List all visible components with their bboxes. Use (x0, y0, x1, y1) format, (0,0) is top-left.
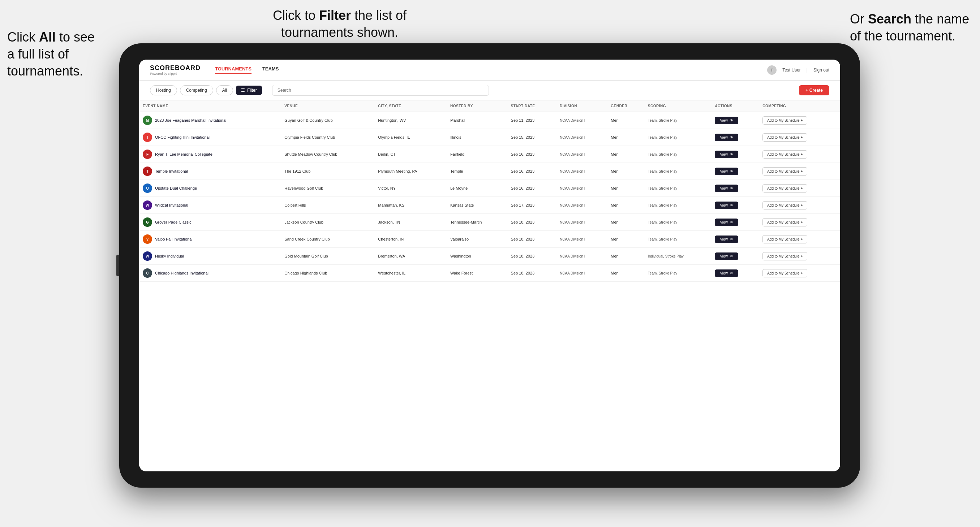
filter-bar: Hosting Competing All ☰ Filter + Create (139, 81, 840, 100)
event-name-text: Valpo Fall Invitational (155, 237, 192, 241)
team-logo: F (143, 149, 152, 159)
cell-division: NCAA Division I (556, 180, 607, 197)
add-to-schedule-button[interactable]: Add to My Schedule + (762, 184, 807, 192)
view-button[interactable]: View 👁 (715, 168, 738, 175)
cell-scoring: Team, Stroke Play (644, 265, 711, 282)
cell-city-state: Huntington, WV (374, 112, 447, 129)
cell-scoring: Individual, Stroke Play (644, 248, 711, 265)
cell-hosted-by: Valparaiso (447, 231, 508, 248)
filter-button[interactable]: ☰ Filter (236, 86, 262, 95)
team-logo: M (143, 116, 152, 125)
cell-venue: Ravenwood Golf Club (281, 180, 374, 197)
nav-separator: | (807, 68, 808, 73)
view-button[interactable]: View 👁 (715, 202, 738, 209)
cell-hosted-by: Kansas State (447, 197, 508, 214)
event-name-text: Wildcat Invitational (155, 203, 188, 207)
sign-out-link[interactable]: Sign out (813, 68, 829, 73)
cell-division: NCAA Division I (556, 231, 607, 248)
cell-actions: View 👁 (711, 214, 759, 231)
view-button[interactable]: View 👁 (715, 151, 738, 158)
add-to-schedule-button[interactable]: Add to My Schedule + (762, 218, 807, 227)
cell-start-date: Sep 11, 2023 (508, 112, 556, 129)
cell-scoring: Team, Stroke Play (644, 112, 711, 129)
filter-label: Filter (247, 88, 257, 93)
add-to-schedule-button[interactable]: Add to My Schedule + (762, 133, 807, 141)
col-event-name: EVENT NAME (139, 100, 281, 112)
annotation-left: Click All to see a full list of tourname… (7, 29, 101, 79)
cell-city-state: Berlin, CT (374, 146, 447, 163)
eye-icon: 👁 (730, 119, 733, 122)
cell-venue: Chicago Highlands Club (281, 265, 374, 282)
cell-gender: Men (607, 146, 644, 163)
nav-tournaments[interactable]: TOURNAMENTS (215, 66, 251, 74)
col-gender: GENDER (607, 100, 644, 112)
nav-right: T Test User | Sign out (767, 65, 829, 75)
add-to-schedule-button[interactable]: Add to My Schedule + (762, 150, 807, 159)
tab-all[interactable]: All (216, 85, 233, 95)
col-start-date: START DATE (508, 100, 556, 112)
view-button[interactable]: View 👁 (715, 235, 738, 243)
search-box (272, 85, 489, 96)
cell-event-name: V Valpo Fall Invitational (139, 231, 281, 248)
cell-city-state: Chesterton, IN (374, 231, 447, 248)
cell-competing: Add to My Schedule + (759, 180, 840, 197)
col-city-state: CITY, STATE (374, 100, 447, 112)
cell-scoring: Team, Stroke Play (644, 163, 711, 180)
cell-event-name: I OFCC Fighting Illini Invitational (139, 129, 281, 146)
cell-gender: Men (607, 231, 644, 248)
tablet-screen: SCOREBOARD Powered by clipp'd TOURNAMENT… (139, 60, 840, 471)
cell-start-date: Sep 18, 2023 (508, 231, 556, 248)
add-to-schedule-button[interactable]: Add to My Schedule + (762, 269, 807, 278)
add-to-schedule-button[interactable]: Add to My Schedule + (762, 116, 807, 125)
view-button[interactable]: View 👁 (715, 184, 738, 192)
eye-icon: 👁 (730, 203, 733, 207)
cell-venue: Guyan Golf & Country Club (281, 112, 374, 129)
nav-teams[interactable]: TEAMS (262, 66, 279, 74)
tab-competing[interactable]: Competing (180, 85, 213, 95)
cell-division: NCAA Division I (556, 248, 607, 265)
cell-gender: Men (607, 163, 644, 180)
cell-actions: View 👁 (711, 231, 759, 248)
cell-division: NCAA Division I (556, 197, 607, 214)
view-button[interactable]: View 👁 (715, 270, 738, 277)
create-button[interactable]: + Create (799, 85, 829, 95)
cell-division: NCAA Division I (556, 112, 607, 129)
cell-actions: View 👁 (711, 146, 759, 163)
view-button[interactable]: View 👁 (715, 252, 738, 260)
cell-event-name: M 2023 Joe Feaganes Marshall Invitationa… (139, 112, 281, 129)
cell-gender: Men (607, 180, 644, 197)
add-to-schedule-button[interactable]: Add to My Schedule + (762, 235, 807, 243)
team-logo: T (143, 167, 152, 176)
cell-hosted-by: Marshall (447, 112, 508, 129)
cell-scoring: Team, Stroke Play (644, 129, 711, 146)
col-division: DIVISION (556, 100, 607, 112)
event-name-text: 2023 Joe Feaganes Marshall Invitational (155, 118, 227, 122)
team-logo: G (143, 217, 152, 227)
cell-city-state: Bremerton, WA (374, 248, 447, 265)
cell-start-date: Sep 16, 2023 (508, 146, 556, 163)
event-name-text: Temple Invitational (155, 169, 188, 173)
add-to-schedule-button[interactable]: Add to My Schedule + (762, 201, 807, 210)
view-button[interactable]: View 👁 (715, 117, 738, 124)
cell-scoring: Team, Stroke Play (644, 146, 711, 163)
cell-start-date: Sep 18, 2023 (508, 265, 556, 282)
table-row: V Valpo Fall Invitational Sand Creek Cou… (139, 231, 840, 248)
tab-hosting[interactable]: Hosting (150, 85, 177, 95)
cell-scoring: Team, Stroke Play (644, 214, 711, 231)
add-to-schedule-button[interactable]: Add to My Schedule + (762, 252, 807, 260)
table-row: I OFCC Fighting Illini Invitational Olym… (139, 129, 840, 146)
cell-city-state: Victor, NY (374, 180, 447, 197)
user-avatar: T (767, 65, 776, 75)
cell-event-name: G Grover Page Classic (139, 214, 281, 231)
user-label: Test User (782, 68, 801, 73)
view-button[interactable]: View 👁 (715, 133, 738, 141)
view-button[interactable]: View 👁 (715, 219, 738, 226)
cell-hosted-by: Le Moyne (447, 180, 508, 197)
search-input[interactable] (272, 85, 489, 96)
cell-competing: Add to My Schedule + (759, 146, 840, 163)
table-body: M 2023 Joe Feaganes Marshall Invitationa… (139, 112, 840, 282)
cell-division: NCAA Division I (556, 265, 607, 282)
cell-hosted-by: Fairfield (447, 146, 508, 163)
add-to-schedule-button[interactable]: Add to My Schedule + (762, 167, 807, 176)
navbar: SCOREBOARD Powered by clipp'd TOURNAMENT… (139, 60, 840, 81)
